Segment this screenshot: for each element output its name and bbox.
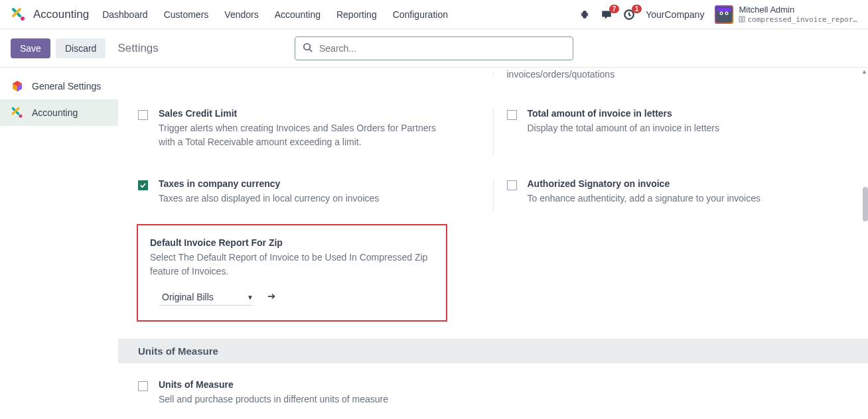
checkbox-sales-credit-limit[interactable]	[138, 110, 148, 120]
menu-reporting[interactable]: Reporting	[336, 9, 377, 20]
svg-point-12	[304, 43, 310, 49]
user-menu[interactable]: Mitchell Admin compressed_invoice_repor…	[715, 5, 857, 24]
setting-desc: Select The Default Report of Invoice to …	[150, 251, 434, 278]
settings-row-partial: invoices/orders/quotations	[138, 68, 848, 82]
setting-title: Sales Credit Limit	[159, 108, 453, 119]
checkbox-authorized-signatory[interactable]	[507, 180, 517, 190]
settings-sidebar: General Settings Accounting	[0, 68, 118, 419]
menu-vendors[interactable]: Vendors	[224, 9, 258, 20]
accounting-icon	[11, 106, 24, 119]
setting-desc: Display the total amount of an invoice i…	[528, 121, 822, 135]
select-value: Original Bills	[162, 292, 214, 302]
general-settings-icon	[11, 80, 24, 93]
svg-point-17	[19, 115, 23, 118]
setting-sales-credit-limit: Sales Credit Limit Trigger alerts when c…	[138, 104, 480, 158]
setting-taxes-company-currency: Taxes in company currency Taxes are also…	[138, 174, 480, 215]
default-invoice-report-zip: Default Invoice Report For Zip Select Th…	[137, 224, 447, 322]
menu-configuration[interactable]: Configuration	[393, 9, 448, 20]
sidebar-item-general[interactable]: General Settings	[0, 73, 118, 99]
search-icon	[303, 42, 313, 54]
select-row: Original Bills ▼	[150, 289, 434, 306]
settings-row: Sales Credit Limit Trigger alerts when c…	[138, 104, 848, 158]
setting-title: Taxes in company currency	[159, 178, 453, 189]
menu-dashboard[interactable]: Dashboard	[102, 9, 148, 20]
menu-accounting[interactable]: Accounting	[275, 9, 321, 20]
search-wrap	[295, 36, 573, 60]
sidebar-item-label: General Settings	[32, 81, 101, 91]
check-icon	[139, 182, 147, 189]
company-switcher[interactable]: YourCompany	[646, 9, 704, 20]
setting-desc: Taxes are also displayed in local curren…	[159, 192, 453, 206]
file-icon	[739, 16, 745, 23]
setting-desc: To enhance authenticity, add a signature…	[528, 192, 822, 206]
svg-point-0	[21, 17, 25, 21]
setting-desc-partial: invoices/orders/quotations	[507, 68, 849, 82]
control-bar: Save Discard Settings	[0, 29, 868, 68]
setting-title: Authorized Signatory on invoice	[528, 178, 822, 189]
settings-content: invoices/orders/quotations Sales Credit …	[118, 68, 868, 419]
section-header-units: Units of Measure	[118, 339, 868, 363]
user-file: compressed_invoice_repor…	[739, 15, 857, 24]
svg-line-13	[309, 49, 312, 52]
main-menu: Dashboard Customers Vendors Accounting R…	[102, 9, 579, 20]
default-report-select[interactable]: Original Bills	[159, 289, 252, 306]
save-button[interactable]: Save	[11, 38, 50, 58]
user-file-label: compressed_invoice_repor…	[747, 15, 857, 24]
breadcrumb-title: Settings	[117, 42, 158, 55]
debug-icon[interactable]	[579, 9, 590, 20]
setting-title: Units of Measure	[159, 379, 460, 390]
menu-customers[interactable]: Customers	[164, 9, 209, 20]
user-name: Mitchell Admin	[739, 5, 857, 15]
scrollbar[interactable]: ▲	[860, 68, 868, 419]
setting-units-of-measure: Units of Measure Sell and purchase produ…	[138, 375, 486, 416]
sidebar-item-label: Accounting	[32, 107, 78, 118]
svg-point-5	[721, 13, 722, 14]
external-link-arrow-icon[interactable]	[267, 292, 276, 303]
setting-title: Default Invoice Report For Zip	[150, 237, 434, 248]
svg-rect-7	[717, 8, 731, 11]
scroll-up-icon[interactable]: ▲	[861, 68, 867, 75]
sidebar-item-accounting[interactable]: Accounting	[0, 99, 118, 126]
activities-badge: 1	[632, 5, 642, 13]
checkbox-units-of-measure[interactable]	[138, 381, 148, 391]
settings-row: Units of Measure Sell and purchase produ…	[138, 375, 848, 416]
body: General Settings Accounting invoices/ord…	[0, 68, 868, 419]
app-name[interactable]: Accounting	[33, 8, 89, 21]
nav-right: 7 1 YourCompany Mitchell Admin compresse…	[579, 5, 857, 24]
checkbox-total-in-letters[interactable]	[507, 110, 517, 120]
discard-button[interactable]: Discard	[56, 38, 106, 58]
messages-icon[interactable]: 7	[601, 9, 613, 21]
setting-total-in-letters: Total amount of invoice in letters Displ…	[507, 104, 849, 158]
messages-badge: 7	[609, 5, 620, 13]
setting-authorized-signatory: Authorized Signatory on invoice To enhan…	[507, 174, 849, 215]
app-logo-icon[interactable]	[11, 7, 27, 23]
activities-icon[interactable]: 1	[623, 9, 635, 21]
settings-row: Taxes in company currency Taxes are also…	[138, 174, 848, 215]
scrollbar-thumb[interactable]	[863, 187, 868, 221]
top-nav: Accounting Dashboard Customers Vendors A…	[0, 0, 868, 29]
checkbox-taxes-company-currency[interactable]	[138, 180, 148, 190]
avatar	[715, 5, 733, 24]
user-info: Mitchell Admin compressed_invoice_repor…	[739, 5, 857, 24]
setting-title: Total amount of invoice in letters	[528, 108, 822, 119]
setting-desc: Trigger alerts when creating Invoices an…	[159, 121, 453, 149]
svg-point-6	[726, 13, 727, 14]
search-input[interactable]	[295, 36, 573, 60]
setting-desc: Sell and purchase products in different …	[159, 392, 460, 406]
